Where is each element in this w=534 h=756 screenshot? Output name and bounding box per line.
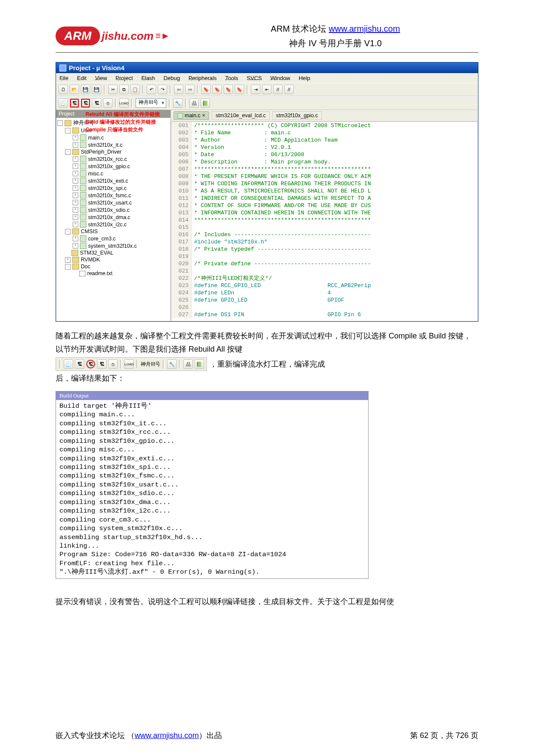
expand-icon[interactable]: -: [65, 149, 71, 155]
expand-icon[interactable]: +: [73, 163, 78, 169]
save-icon[interactable]: 💾: [81, 85, 90, 94]
build-button[interactable]: 🏗: [75, 359, 84, 369]
editor-line[interactable]: 009* WITH CODING INFORMATION REGARDING T…: [171, 180, 478, 187]
editor-line[interactable]: 014*************************************…: [171, 216, 478, 224]
editor-line[interactable]: 022/*神州III号LED灯相关定义*/: [171, 275, 478, 282]
open-icon[interactable]: 📂: [70, 85, 79, 94]
manage-components-icon[interactable]: 品: [189, 98, 199, 108]
editor-line[interactable]: 023#define RCC_GPIO_LED RCC_APB2Perip: [171, 282, 478, 289]
editor-line[interactable]: 017#include "stm32f10x.h": [171, 238, 478, 246]
build-button[interactable]: 🏗: [70, 98, 79, 108]
editor-line[interactable]: 001/******************** (C) COPYRIGHT 2…: [171, 122, 478, 129]
editor-line[interactable]: 005* Date : 06/13/2008: [171, 151, 478, 158]
tree-node[interactable]: +stm32f10x_rcc.c: [57, 155, 170, 163]
compile-button[interactable]: 🧾: [59, 98, 68, 108]
editor-line[interactable]: 002* File Name : main.c: [171, 129, 478, 136]
close-icon[interactable]: ×: [202, 113, 205, 119]
bookmark-clear-icon[interactable]: 🔖: [235, 85, 244, 94]
batch-build-button[interactable]: 🏗: [92, 98, 101, 108]
expand-icon[interactable]: +: [73, 178, 78, 184]
tree-node[interactable]: +stm32f10x_gpio.c: [57, 163, 170, 170]
stop-build-button[interactable]: ⦸: [103, 98, 112, 108]
tree-node[interactable]: -StdPeriph_Driver: [57, 148, 170, 155]
editor-line[interactable]: 027#define DS1 PIN GPIO Pin 6: [171, 311, 478, 318]
options-icon[interactable]: 🔧: [167, 359, 177, 369]
uncomment-icon[interactable]: //: [284, 85, 294, 94]
copy-icon[interactable]: ⧉: [119, 85, 129, 94]
editor-line[interactable]: 004* Version : V2.0.1: [171, 144, 478, 151]
tree-node[interactable]: -CMSIS: [57, 228, 170, 235]
expand-icon[interactable]: +: [73, 243, 78, 249]
undo-icon[interactable]: ↶: [147, 85, 156, 94]
tree-node[interactable]: +RVMDK: [57, 256, 170, 263]
tree-node[interactable]: +stm32f10x_it.c: [57, 141, 170, 148]
editor-line[interactable]: 006* Description : Main program body.: [171, 158, 478, 166]
batch-build-button[interactable]: 🏗: [97, 359, 106, 369]
tree-node[interactable]: +stm32f10x_dma.c: [57, 213, 170, 221]
menu-project[interactable]: Project: [115, 75, 133, 81]
editor-line[interactable]: 007*************************************…: [171, 166, 478, 173]
expand-icon[interactable]: +: [73, 135, 78, 140]
tree-node[interactable]: +stm32f10x_fsmc.c: [57, 192, 170, 199]
editor-tab[interactable]: stm3210e_eval_lcd.c: [212, 111, 269, 120]
bookmark-next-icon[interactable]: 🔖: [212, 85, 222, 94]
editor-line[interactable]: 021: [171, 267, 478, 275]
expand-icon[interactable]: -: [57, 120, 63, 126]
editor-line[interactable]: 013* INFORMATION CONTAINED HEREIN IN CON…: [171, 209, 478, 216]
editor-line[interactable]: 026: [171, 304, 478, 311]
code-editor[interactable]: 001/******************** (C) COPYRIGHT 2…: [171, 122, 478, 321]
expand-icon[interactable]: +: [73, 185, 78, 191]
editor-line[interactable]: 003* Author : MCD Application Team: [171, 136, 478, 144]
menu-peripherals[interactable]: Peripherals: [189, 75, 217, 81]
manage-books-icon[interactable]: 📗: [201, 98, 210, 108]
comment-icon[interactable]: //: [273, 85, 283, 94]
manage-components-icon[interactable]: 品: [183, 359, 193, 369]
paste-icon[interactable]: 📋: [130, 85, 140, 94]
editor-tab[interactable]: stm32f10x_gpio.c: [272, 111, 322, 120]
tree-node[interactable]: readme.txt: [57, 270, 170, 277]
expand-icon[interactable]: -: [65, 229, 71, 234]
expand-icon[interactable]: +: [73, 214, 78, 220]
expand-icon[interactable]: +: [73, 200, 78, 205]
target-combo[interactable]: 神舟III号: [136, 98, 166, 108]
tree-node[interactable]: +stm32f10x_i2c.c: [57, 221, 170, 228]
editor-line[interactable]: 012* CONTENT OF SUCH FIRMWARE AND/OR THE…: [171, 202, 478, 209]
editor-line[interactable]: 019: [171, 253, 478, 260]
download-icon[interactable]: LOAD: [124, 359, 134, 369]
bookmark-prev-icon[interactable]: 🔖: [224, 85, 233, 94]
editor-line[interactable]: 016/* Includes -------------------------…: [171, 231, 478, 238]
editor-line[interactable]: 008* THE PRESENT FIRMWARE WHICH IS FOR G…: [171, 173, 478, 180]
expand-icon[interactable]: +: [73, 156, 78, 162]
options-icon[interactable]: 🔧: [173, 98, 183, 108]
nav-back-icon[interactable]: ⇦: [174, 85, 183, 94]
outdent-icon[interactable]: ⇤: [262, 85, 271, 94]
expand-icon[interactable]: -: [65, 264, 71, 270]
menu-flash[interactable]: Flash: [142, 75, 155, 81]
tree-node[interactable]: +system_stm32f10x.c: [57, 242, 170, 249]
stop-build-button[interactable]: ⦸: [108, 359, 118, 369]
editor-line[interactable]: 018/* Private typedef ------------------…: [171, 246, 478, 253]
indent-icon[interactable]: ⇥: [251, 85, 260, 94]
menu-tools[interactable]: Tools: [225, 75, 238, 81]
tree-node[interactable]: +stm32f10x_exti.c: [57, 177, 170, 184]
menu-file[interactable]: File: [59, 75, 68, 81]
menu-view[interactable]: View: [95, 75, 107, 81]
tree-node[interactable]: +stm32f10x_spi.c: [57, 184, 170, 192]
redo-icon[interactable]: ↷: [158, 85, 167, 94]
expand-icon[interactable]: -: [65, 128, 71, 133]
expand-icon[interactable]: +: [65, 257, 71, 263]
expand-icon[interactable]: +: [73, 142, 78, 148]
tree-node[interactable]: +misc.c: [57, 170, 170, 177]
rebuild-all-button[interactable]: 🏗: [86, 359, 95, 369]
editor-tab-active[interactable]: main.c ×: [174, 111, 209, 120]
tree-node[interactable]: STM32_EVAL: [57, 249, 170, 256]
tree-node[interactable]: -Doc: [57, 263, 170, 270]
footer-link[interactable]: www.armjishu.com: [135, 731, 199, 740]
window-titlebar[interactable]: Project - µ Vision4: [56, 62, 478, 73]
expand-icon[interactable]: +: [73, 193, 78, 198]
menu-window[interactable]: Window: [270, 75, 290, 81]
save-all-icon[interactable]: 💾: [92, 85, 101, 94]
editor-line[interactable]: 011* INDIRECT OR CONSEQUENTIAL DAMAGES W…: [171, 195, 478, 202]
expand-icon[interactable]: +: [73, 207, 78, 213]
download-icon[interactable]: LOAD: [119, 98, 129, 108]
